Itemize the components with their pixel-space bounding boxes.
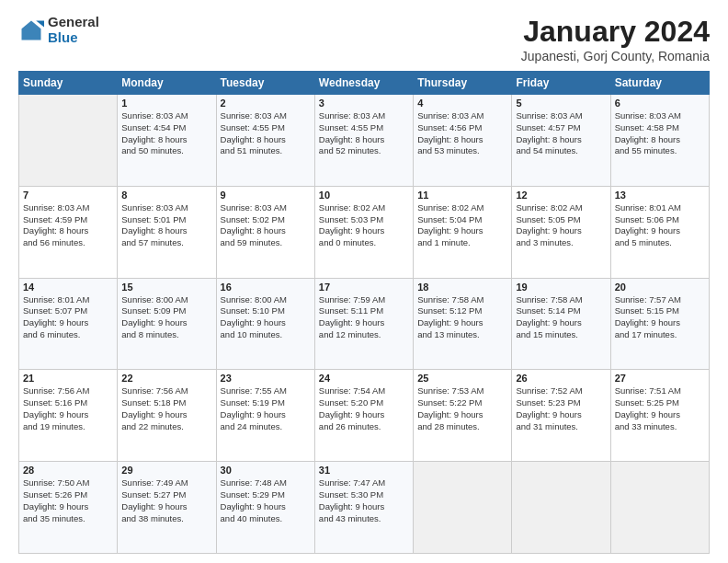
calendar-cell: 26Sunrise: 7:52 AMSunset: 5:23 PMDayligh… — [512, 370, 610, 462]
cell-info-line: and 10 minutes. — [221, 329, 311, 341]
cell-info-line: and 17 minutes. — [615, 329, 705, 341]
cell-info-line: Daylight: 9 hours — [221, 501, 311, 513]
cell-info-line: Sunrise: 8:01 AM — [23, 294, 113, 306]
day-number: 12 — [516, 190, 606, 201]
cell-info-line: Sunrise: 7:47 AM — [319, 477, 409, 489]
cell-info-line: Sunrise: 8:03 AM — [417, 110, 507, 122]
calendar-cell: 22Sunrise: 7:56 AMSunset: 5:18 PMDayligh… — [118, 370, 216, 462]
calendar: SundayMondayTuesdayWednesdayThursdayFrid… — [18, 71, 710, 554]
cell-info-line: Daylight: 8 hours — [516, 134, 606, 146]
cell-info-line: Sunset: 5:03 PM — [319, 214, 409, 226]
calendar-cell: 10Sunrise: 8:02 AMSunset: 5:03 PMDayligh… — [314, 186, 413, 278]
weekday-header-saturday: Saturday — [610, 72, 709, 95]
cell-info-line: Sunrise: 8:03 AM — [221, 110, 311, 122]
cell-info-line: and 8 minutes. — [121, 329, 211, 341]
cell-info-line: and 26 minutes. — [319, 421, 409, 433]
calendar-cell — [414, 462, 512, 554]
cell-info-line: Daylight: 8 hours — [221, 134, 311, 146]
day-number: 15 — [121, 282, 211, 293]
cell-info-line: and 15 minutes. — [516, 329, 606, 341]
day-number: 21 — [23, 373, 113, 384]
cell-info-line: Sunset: 4:58 PM — [615, 122, 705, 134]
cell-info-line: and 59 minutes. — [221, 237, 311, 249]
calendar-cell: 17Sunrise: 7:59 AMSunset: 5:11 PMDayligh… — [314, 278, 413, 370]
day-number: 1 — [121, 98, 211, 109]
calendar-cell — [19, 95, 118, 187]
cell-info-line: Sunset: 4:55 PM — [319, 122, 409, 134]
cell-info-line: Daylight: 9 hours — [516, 225, 606, 237]
subtitle: Jupanesti, Gorj County, Romania — [521, 49, 710, 63]
calendar-week-5: 28Sunrise: 7:50 AMSunset: 5:26 PMDayligh… — [19, 462, 710, 554]
cell-info-line: Daylight: 9 hours — [319, 409, 409, 421]
day-number: 6 — [615, 98, 705, 109]
cell-info-line: Sunrise: 8:01 AM — [615, 202, 705, 214]
cell-info-line: and 51 minutes. — [221, 145, 311, 157]
cell-info-line: and 57 minutes. — [121, 237, 211, 249]
logo-text: General Blue — [48, 15, 99, 45]
calendar-week-3: 14Sunrise: 8:01 AMSunset: 5:07 PMDayligh… — [19, 278, 710, 370]
cell-info-line: Sunset: 5:30 PM — [319, 489, 409, 501]
day-number: 14 — [23, 282, 113, 293]
cell-info-line: Sunrise: 7:48 AM — [221, 477, 311, 489]
cell-info-line: Sunset: 5:26 PM — [23, 489, 113, 501]
calendar-cell: 2Sunrise: 8:03 AMSunset: 4:55 PMDaylight… — [216, 95, 314, 187]
cell-info-line: and 52 minutes. — [319, 145, 409, 157]
cell-info-line: Daylight: 9 hours — [221, 317, 311, 329]
cell-info-line: Sunrise: 7:54 AM — [319, 385, 409, 397]
cell-info-line: Daylight: 9 hours — [23, 317, 113, 329]
calendar-cell: 1Sunrise: 8:03 AMSunset: 4:54 PMDaylight… — [118, 95, 216, 187]
cell-info-line: Sunset: 5:23 PM — [516, 397, 606, 409]
calendar-cell: 25Sunrise: 7:53 AMSunset: 5:22 PMDayligh… — [414, 370, 512, 462]
cell-info-line: Sunset: 5:06 PM — [615, 214, 705, 226]
cell-info-line: Sunrise: 8:03 AM — [23, 202, 113, 214]
cell-info-line: Sunset: 5:22 PM — [417, 397, 507, 409]
calendar-cell: 6Sunrise: 8:03 AMSunset: 4:58 PMDaylight… — [610, 95, 709, 187]
cell-info-line: Sunset: 5:20 PM — [319, 397, 409, 409]
cell-info-line: Daylight: 8 hours — [23, 225, 113, 237]
cell-info-line: Sunset: 4:55 PM — [221, 122, 311, 134]
cell-info-line: Daylight: 9 hours — [319, 225, 409, 237]
day-number: 23 — [221, 373, 311, 384]
day-number: 3 — [319, 98, 409, 109]
cell-info-line: Sunset: 4:54 PM — [121, 122, 211, 134]
cell-info-line: Sunset: 5:29 PM — [221, 489, 311, 501]
cell-info-line: Sunrise: 8:00 AM — [121, 294, 211, 306]
svg-marker-0 — [22, 20, 41, 40]
logo: General Blue — [18, 15, 99, 45]
cell-info-line: and 19 minutes. — [23, 421, 113, 433]
day-number: 9 — [221, 190, 311, 201]
calendar-cell: 8Sunrise: 8:03 AMSunset: 5:01 PMDaylight… — [118, 186, 216, 278]
calendar-cell: 30Sunrise: 7:48 AMSunset: 5:29 PMDayligh… — [216, 462, 314, 554]
calendar-cell: 3Sunrise: 8:03 AMSunset: 4:55 PMDaylight… — [314, 95, 413, 187]
cell-info-line: and 24 minutes. — [221, 421, 311, 433]
calendar-week-2: 7Sunrise: 8:03 AMSunset: 4:59 PMDaylight… — [19, 186, 710, 278]
calendar-cell: 20Sunrise: 7:57 AMSunset: 5:15 PMDayligh… — [610, 278, 709, 370]
calendar-cell: 27Sunrise: 7:51 AMSunset: 5:25 PMDayligh… — [610, 370, 709, 462]
cell-info-line: Daylight: 9 hours — [615, 317, 705, 329]
calendar-cell: 15Sunrise: 8:00 AMSunset: 5:09 PMDayligh… — [118, 278, 216, 370]
weekday-header-thursday: Thursday — [414, 72, 512, 95]
cell-info-line: Sunset: 5:15 PM — [615, 305, 705, 317]
title-block: January 2024 Jupanesti, Gorj County, Rom… — [521, 15, 710, 63]
day-number: 8 — [121, 190, 211, 201]
cell-info-line: Daylight: 9 hours — [121, 501, 211, 513]
cell-info-line: and 38 minutes. — [121, 513, 211, 525]
cell-info-line: and 1 minute. — [417, 237, 507, 249]
cell-info-line: Sunset: 4:59 PM — [23, 214, 113, 226]
cell-info-line: Sunrise: 7:59 AM — [319, 294, 409, 306]
cell-info-line: Sunrise: 8:02 AM — [516, 202, 606, 214]
calendar-cell: 21Sunrise: 7:56 AMSunset: 5:16 PMDayligh… — [19, 370, 118, 462]
day-number: 27 — [615, 373, 705, 384]
cell-info-line: Sunrise: 7:49 AM — [121, 477, 211, 489]
cell-info-line: Sunrise: 7:56 AM — [121, 385, 211, 397]
day-number: 16 — [221, 282, 311, 293]
page: General Blue January 2024 Jupanesti, Gor… — [0, 0, 728, 563]
weekday-header-sunday: Sunday — [19, 72, 118, 95]
cell-info-line: Daylight: 9 hours — [417, 225, 507, 237]
cell-info-line: and 0 minutes. — [319, 237, 409, 249]
cell-info-line: Sunset: 5:09 PM — [121, 305, 211, 317]
day-number: 2 — [221, 98, 311, 109]
cell-info-line: Sunrise: 8:03 AM — [121, 202, 211, 214]
cell-info-line: Daylight: 9 hours — [417, 409, 507, 421]
cell-info-line: Sunrise: 7:53 AM — [417, 385, 507, 397]
